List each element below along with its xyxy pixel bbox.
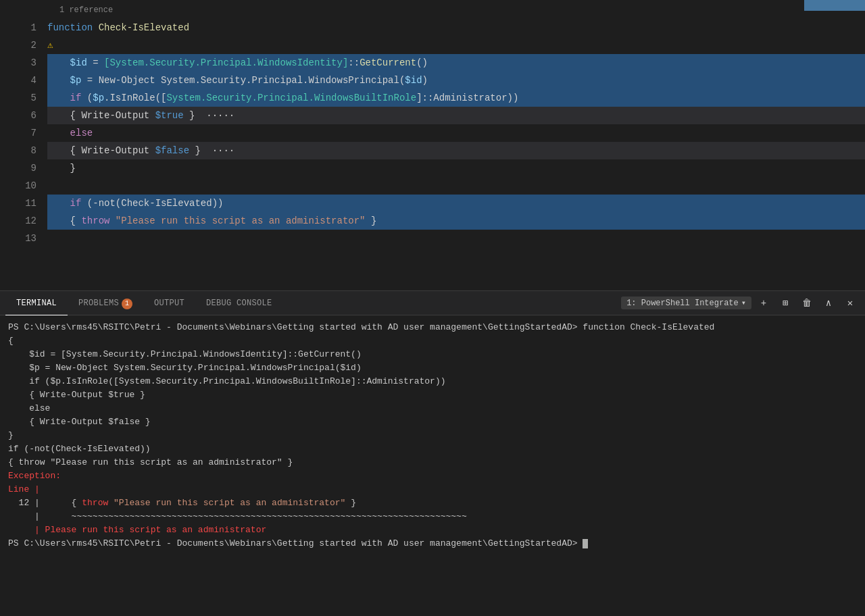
reference-hint: 1 reference: [59, 5, 113, 15]
code-line: { Write-Output $true } ·····: [47, 107, 865, 124]
code-line: else: [47, 124, 865, 142]
terminal-tab-terminal[interactable]: TERMINAL: [5, 291, 68, 315]
throw-string: "Please run this script as an administra…: [114, 498, 345, 508]
split-terminal-button[interactable]: ⊞: [776, 294, 795, 313]
line-number: 4: [0, 72, 36, 89]
terminal-line: $id = [System.Security.Principal.Windows…: [8, 348, 857, 361]
terminal-area: TERMINALPROBLEMS1OUTPUTDEBUG CONSOLE1: P…: [0, 290, 865, 616]
line-number: 7: [0, 124, 36, 142]
editor-area: 1 reference 12345678910111213 function C…: [0, 0, 865, 290]
terminal-tab-problems[interactable]: PROBLEMS1: [68, 291, 143, 315]
terminal-line: Exception:: [8, 469, 857, 483]
terminal-line: {: [8, 334, 857, 348]
code-line: }: [47, 159, 865, 177]
terminal-tab-debug-console[interactable]: DEBUG CONSOLE: [195, 291, 283, 315]
code-line: [47, 230, 865, 247]
code-line: { Write-Output $false } ····: [47, 142, 865, 159]
line-number: 13: [0, 230, 36, 247]
terminal-tabs: TERMINALPROBLEMS1OUTPUTDEBUG CONSOLE1: P…: [0, 291, 865, 315]
line-numbers: 12345678910111213: [0, 19, 47, 247]
chevron-down-icon: ▾: [741, 298, 746, 308]
terminal-line: $p = New-Object System.Security.Principa…: [8, 361, 857, 375]
line-number: 9: [0, 159, 36, 177]
terminal-line: else: [8, 402, 857, 415]
terminal-line: { throw "Please run this script as an ad…: [8, 456, 857, 469]
terminal-line: Line |: [8, 483, 857, 496]
line-number: 10: [0, 177, 36, 195]
code-line: { throw "Please run this script as an ad…: [47, 212, 865, 230]
selector-label: 1: PowerShell Integrate: [626, 299, 739, 308]
terminal-line: | ~~~~~~~~~~~~~~~~~~~~~~~~~~~~~~~~~~~~~~…: [8, 510, 857, 523]
line-number: 1: [0, 19, 36, 36]
tab-badge: 1: [122, 299, 132, 309]
code-line: $id = [System.Security.Principal.Windows…: [47, 54, 865, 72]
code-line: [47, 177, 865, 195]
terminal-line: if ($p.IsInRole([System.Security.Princip…: [8, 375, 857, 388]
code-line: $p = New-Object System.Security.Principa…: [47, 72, 865, 89]
terminal-line: }: [8, 429, 857, 442]
new-terminal-button[interactable]: +: [754, 294, 773, 313]
terminal-line: | Please run this script as an administr…: [8, 523, 857, 537]
code-container: 12345678910111213 function Check-IsEleva…: [0, 0, 865, 247]
code-line: ⚠: [47, 36, 865, 54]
minimap-highlight: [804, 0, 865, 11]
throw-keyword: throw: [82, 498, 108, 508]
terminal-line: PS C:\Users\rms45\RSITC\Petri - Document…: [8, 537, 857, 550]
terminal-line: PS C:\Users\rms45\RSITC\Petri - Document…: [8, 321, 857, 334]
maximize-panel-button[interactable]: ∧: [819, 294, 838, 313]
terminal-selector[interactable]: 1: PowerShell Integrate▾: [621, 297, 751, 309]
terminal-actions: 1: PowerShell Integrate▾+⊞🗑∧✕: [621, 294, 860, 313]
code-line: function Check-IsElevated: [47, 19, 865, 36]
terminal-content[interactable]: PS C:\Users\rms45\RSITC\Petri - Document…: [0, 315, 865, 616]
close-panel-button[interactable]: ✕: [841, 294, 860, 313]
line-number: 3: [0, 54, 36, 72]
terminal-tab-output[interactable]: OUTPUT: [143, 291, 195, 315]
terminal-line: { Write-Output $true }: [8, 388, 857, 402]
terminal-line: if (-not(Check-IsElevated)): [8, 442, 857, 456]
terminal-line: 12 | { throw "Please run this script as …: [8, 496, 857, 510]
line-number: 8: [0, 142, 36, 159]
delete-terminal-button[interactable]: 🗑: [797, 294, 816, 313]
line-number: 6: [0, 107, 36, 124]
code-line: if (-not(Check-IsElevated)): [47, 195, 865, 212]
terminal-cursor: [583, 539, 588, 548]
code-line: if ($p.IsInRole([System.Security.Princip…: [47, 89, 865, 107]
line-number: 5: [0, 89, 36, 107]
code-lines[interactable]: function Check-IsElevated⚠ $id = [System…: [47, 19, 865, 247]
line-number: 2: [0, 36, 36, 54]
terminal-line: { Write-Output $false }: [8, 415, 857, 429]
line-number: 12: [0, 212, 36, 230]
line-number: 11: [0, 195, 36, 212]
